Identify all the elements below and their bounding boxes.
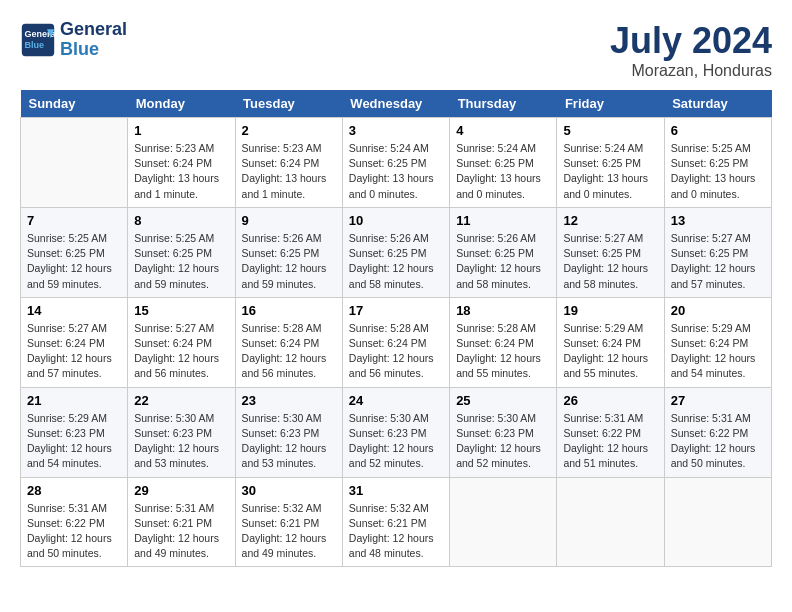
day-info: Sunrise: 5:28 AM Sunset: 6:24 PM Dayligh… (349, 321, 443, 382)
day-info: Sunrise: 5:32 AM Sunset: 6:21 PM Dayligh… (242, 501, 336, 562)
day-number: 26 (563, 393, 657, 408)
day-number: 5 (563, 123, 657, 138)
day-number: 1 (134, 123, 228, 138)
calendar-body: 1Sunrise: 5:23 AM Sunset: 6:24 PM Daylig… (21, 118, 772, 567)
calendar-cell: 9Sunrise: 5:26 AM Sunset: 6:25 PM Daylig… (235, 207, 342, 297)
calendar-cell: 3Sunrise: 5:24 AM Sunset: 6:25 PM Daylig… (342, 118, 449, 208)
calendar-cell: 10Sunrise: 5:26 AM Sunset: 6:25 PM Dayli… (342, 207, 449, 297)
calendar-cell: 1Sunrise: 5:23 AM Sunset: 6:24 PM Daylig… (128, 118, 235, 208)
day-number: 10 (349, 213, 443, 228)
day-number: 11 (456, 213, 550, 228)
calendar-cell (664, 477, 771, 567)
day-info: Sunrise: 5:27 AM Sunset: 6:24 PM Dayligh… (134, 321, 228, 382)
calendar-cell: 22Sunrise: 5:30 AM Sunset: 6:23 PM Dayli… (128, 387, 235, 477)
calendar-cell: 23Sunrise: 5:30 AM Sunset: 6:23 PM Dayli… (235, 387, 342, 477)
day-info: Sunrise: 5:29 AM Sunset: 6:23 PM Dayligh… (27, 411, 121, 472)
calendar-cell: 19Sunrise: 5:29 AM Sunset: 6:24 PM Dayli… (557, 297, 664, 387)
day-info: Sunrise: 5:32 AM Sunset: 6:21 PM Dayligh… (349, 501, 443, 562)
svg-text:Blue: Blue (25, 40, 45, 50)
day-number: 30 (242, 483, 336, 498)
day-number: 7 (27, 213, 121, 228)
col-monday: Monday (128, 90, 235, 118)
day-info: Sunrise: 5:24 AM Sunset: 6:25 PM Dayligh… (456, 141, 550, 202)
day-info: Sunrise: 5:26 AM Sunset: 6:25 PM Dayligh… (242, 231, 336, 292)
day-info: Sunrise: 5:25 AM Sunset: 6:25 PM Dayligh… (134, 231, 228, 292)
calendar-cell: 25Sunrise: 5:30 AM Sunset: 6:23 PM Dayli… (450, 387, 557, 477)
day-number: 13 (671, 213, 765, 228)
day-info: Sunrise: 5:24 AM Sunset: 6:25 PM Dayligh… (563, 141, 657, 202)
logo: General Blue General Blue (20, 20, 127, 60)
day-info: Sunrise: 5:28 AM Sunset: 6:24 PM Dayligh… (456, 321, 550, 382)
col-saturday: Saturday (664, 90, 771, 118)
day-number: 21 (27, 393, 121, 408)
calendar-cell: 28Sunrise: 5:31 AM Sunset: 6:22 PM Dayli… (21, 477, 128, 567)
day-number: 4 (456, 123, 550, 138)
calendar-cell: 6Sunrise: 5:25 AM Sunset: 6:25 PM Daylig… (664, 118, 771, 208)
calendar-cell: 20Sunrise: 5:29 AM Sunset: 6:24 PM Dayli… (664, 297, 771, 387)
day-number: 6 (671, 123, 765, 138)
day-info: Sunrise: 5:24 AM Sunset: 6:25 PM Dayligh… (349, 141, 443, 202)
day-number: 27 (671, 393, 765, 408)
day-number: 28 (27, 483, 121, 498)
day-info: Sunrise: 5:30 AM Sunset: 6:23 PM Dayligh… (242, 411, 336, 472)
logo-text-general: General (60, 20, 127, 40)
calendar-cell (557, 477, 664, 567)
col-sunday: Sunday (21, 90, 128, 118)
day-info: Sunrise: 5:31 AM Sunset: 6:21 PM Dayligh… (134, 501, 228, 562)
calendar-cell: 12Sunrise: 5:27 AM Sunset: 6:25 PM Dayli… (557, 207, 664, 297)
calendar-cell: 29Sunrise: 5:31 AM Sunset: 6:21 PM Dayli… (128, 477, 235, 567)
calendar-cell: 11Sunrise: 5:26 AM Sunset: 6:25 PM Dayli… (450, 207, 557, 297)
col-friday: Friday (557, 90, 664, 118)
day-number: 9 (242, 213, 336, 228)
day-info: Sunrise: 5:31 AM Sunset: 6:22 PM Dayligh… (671, 411, 765, 472)
day-number: 2 (242, 123, 336, 138)
calendar-cell: 4Sunrise: 5:24 AM Sunset: 6:25 PM Daylig… (450, 118, 557, 208)
calendar-header: Sunday Monday Tuesday Wednesday Thursday… (21, 90, 772, 118)
day-number: 24 (349, 393, 443, 408)
day-number: 29 (134, 483, 228, 498)
calendar-cell: 15Sunrise: 5:27 AM Sunset: 6:24 PM Dayli… (128, 297, 235, 387)
day-number: 15 (134, 303, 228, 318)
col-thursday: Thursday (450, 90, 557, 118)
calendar-cell: 27Sunrise: 5:31 AM Sunset: 6:22 PM Dayli… (664, 387, 771, 477)
day-info: Sunrise: 5:27 AM Sunset: 6:25 PM Dayligh… (671, 231, 765, 292)
calendar-cell: 26Sunrise: 5:31 AM Sunset: 6:22 PM Dayli… (557, 387, 664, 477)
calendar-cell: 8Sunrise: 5:25 AM Sunset: 6:25 PM Daylig… (128, 207, 235, 297)
day-number: 19 (563, 303, 657, 318)
calendar-week-1: 1Sunrise: 5:23 AM Sunset: 6:24 PM Daylig… (21, 118, 772, 208)
day-number: 14 (27, 303, 121, 318)
day-number: 8 (134, 213, 228, 228)
day-info: Sunrise: 5:25 AM Sunset: 6:25 PM Dayligh… (671, 141, 765, 202)
calendar-cell: 16Sunrise: 5:28 AM Sunset: 6:24 PM Dayli… (235, 297, 342, 387)
day-info: Sunrise: 5:29 AM Sunset: 6:24 PM Dayligh… (671, 321, 765, 382)
day-info: Sunrise: 5:26 AM Sunset: 6:25 PM Dayligh… (456, 231, 550, 292)
day-info: Sunrise: 5:31 AM Sunset: 6:22 PM Dayligh… (27, 501, 121, 562)
day-number: 31 (349, 483, 443, 498)
calendar-cell: 17Sunrise: 5:28 AM Sunset: 6:24 PM Dayli… (342, 297, 449, 387)
calendar-cell: 24Sunrise: 5:30 AM Sunset: 6:23 PM Dayli… (342, 387, 449, 477)
day-info: Sunrise: 5:28 AM Sunset: 6:24 PM Dayligh… (242, 321, 336, 382)
location: Morazan, Honduras (610, 62, 772, 80)
calendar-table: Sunday Monday Tuesday Wednesday Thursday… (20, 90, 772, 567)
day-info: Sunrise: 5:25 AM Sunset: 6:25 PM Dayligh… (27, 231, 121, 292)
day-number: 22 (134, 393, 228, 408)
page-header: General Blue General Blue July 2024 Mora… (20, 20, 772, 80)
day-info: Sunrise: 5:27 AM Sunset: 6:24 PM Dayligh… (27, 321, 121, 382)
day-number: 18 (456, 303, 550, 318)
calendar-week-3: 14Sunrise: 5:27 AM Sunset: 6:24 PM Dayli… (21, 297, 772, 387)
day-info: Sunrise: 5:27 AM Sunset: 6:25 PM Dayligh… (563, 231, 657, 292)
logo-text-blue: Blue (60, 40, 127, 60)
day-info: Sunrise: 5:26 AM Sunset: 6:25 PM Dayligh… (349, 231, 443, 292)
day-number: 3 (349, 123, 443, 138)
calendar-cell: 5Sunrise: 5:24 AM Sunset: 6:25 PM Daylig… (557, 118, 664, 208)
calendar-week-4: 21Sunrise: 5:29 AM Sunset: 6:23 PM Dayli… (21, 387, 772, 477)
col-tuesday: Tuesday (235, 90, 342, 118)
day-number: 25 (456, 393, 550, 408)
day-info: Sunrise: 5:23 AM Sunset: 6:24 PM Dayligh… (242, 141, 336, 202)
day-info: Sunrise: 5:30 AM Sunset: 6:23 PM Dayligh… (349, 411, 443, 472)
header-row: Sunday Monday Tuesday Wednesday Thursday… (21, 90, 772, 118)
day-number: 20 (671, 303, 765, 318)
logo-icon: General Blue (20, 22, 56, 58)
day-info: Sunrise: 5:29 AM Sunset: 6:24 PM Dayligh… (563, 321, 657, 382)
calendar-cell (450, 477, 557, 567)
